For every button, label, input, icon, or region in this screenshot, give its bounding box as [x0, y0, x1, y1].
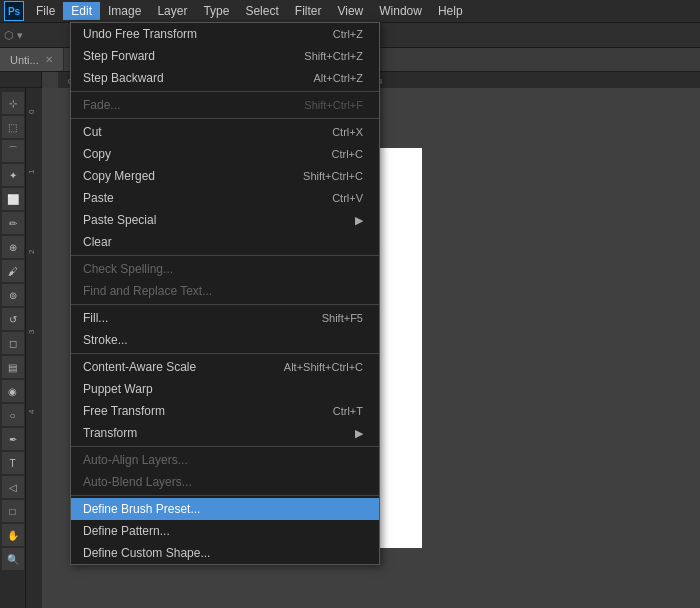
tool-healing[interactable]: ⊕ [2, 236, 24, 258]
menu-item-cut[interactable]: Cut Ctrl+X [71, 121, 379, 143]
menu-item-copy[interactable]: Copy Ctrl+C [71, 143, 379, 165]
menu-item-puppet-warp[interactable]: Puppet Warp [71, 378, 379, 400]
menu-item-stroke[interactable]: Stroke... [71, 329, 379, 351]
separator-6 [71, 446, 379, 447]
menu-file[interactable]: File [28, 2, 63, 20]
menu-item-check-spelling[interactable]: Check Spelling... [71, 258, 379, 280]
menu-bar: Ps File Edit Image Layer Type Select Fil… [0, 0, 700, 22]
edit-menu-dropdown[interactable]: Undo Free Transform Ctrl+Z Step Forward … [70, 22, 380, 565]
menu-item-auto-blend[interactable]: Auto-Blend Layers... [71, 471, 379, 493]
tool-dodge[interactable]: ○ [2, 404, 24, 426]
menu-window[interactable]: Window [371, 2, 430, 20]
tool-brush[interactable]: 🖌 [2, 260, 24, 282]
menu-image[interactable]: Image [100, 2, 149, 20]
menu-item-fill[interactable]: Fill... Shift+F5 [71, 307, 379, 329]
ruler-corner [0, 72, 42, 88]
tab-untitled[interactable]: Unti... ✕ [0, 48, 64, 71]
menu-edit[interactable]: Edit [63, 2, 100, 20]
tool-gradient[interactable]: ▤ [2, 356, 24, 378]
tool-history[interactable]: ↺ [2, 308, 24, 330]
tab-close-untitled[interactable]: ✕ [45, 54, 53, 65]
menu-type[interactable]: Type [195, 2, 237, 20]
tool-crop[interactable]: ⬜ [2, 188, 24, 210]
tool-marquee[interactable]: ⬚ [2, 116, 24, 138]
tool-pen[interactable]: ✒ [2, 428, 24, 450]
menu-item-free-transform[interactable]: Free Transform Ctrl+T [71, 400, 379, 422]
svg-rect-6 [26, 88, 42, 608]
tool-lasso[interactable]: ⌒ [2, 140, 24, 162]
menu-item-transform[interactable]: Transform ▶ [71, 422, 379, 444]
separator-7 [71, 495, 379, 496]
menu-item-paste[interactable]: Paste Ctrl+V [71, 187, 379, 209]
separator-1 [71, 91, 379, 92]
svg-text:1: 1 [27, 169, 36, 174]
tool-eyedropper[interactable]: ✏ [2, 212, 24, 234]
separator-5 [71, 353, 379, 354]
ps-logo: Ps [4, 1, 24, 21]
tool-clone[interactable]: ⊚ [2, 284, 24, 306]
svg-text:3: 3 [27, 329, 36, 334]
menu-item-undo[interactable]: Undo Free Transform Ctrl+Z [71, 23, 379, 45]
menu-item-copy-merged[interactable]: Copy Merged Shift+Ctrl+C [71, 165, 379, 187]
svg-text:0: 0 [27, 109, 36, 114]
menu-item-clear[interactable]: Clear [71, 231, 379, 253]
menu-item-content-aware[interactable]: Content-Aware Scale Alt+Shift+Ctrl+C [71, 356, 379, 378]
tool-magic-wand[interactable]: ✦ [2, 164, 24, 186]
menu-item-define-custom-shape[interactable]: Define Custom Shape... [71, 542, 379, 564]
svg-text:4: 4 [27, 409, 36, 414]
menu-item-define-pattern[interactable]: Define Pattern... [71, 520, 379, 542]
tool-type[interactable]: T [2, 452, 24, 474]
svg-text:2: 2 [27, 249, 36, 254]
menu-filter[interactable]: Filter [287, 2, 330, 20]
tool-blur[interactable]: ◉ [2, 380, 24, 402]
tool-zoom[interactable]: 🔍 [2, 548, 24, 570]
tools-panel: ⊹ ⬚ ⌒ ✦ ⬜ ✏ ⊕ 🖌 ⊚ ↺ ◻ ▤ ◉ ○ ✒ T ◁ □ ✋ 🔍 [0, 88, 26, 608]
separator-4 [71, 304, 379, 305]
menu-item-paste-special[interactable]: Paste Special ▶ [71, 209, 379, 231]
menu-layer[interactable]: Layer [149, 2, 195, 20]
ruler-vertical: 0 1 2 3 4 [26, 88, 42, 608]
tool-hand[interactable]: ✋ [2, 524, 24, 546]
menu-item-define-brush[interactable]: Define Brush Preset... [71, 498, 379, 520]
tool-shape[interactable]: □ [2, 500, 24, 522]
tool-move[interactable]: ⊹ [2, 92, 24, 114]
menu-item-auto-align[interactable]: Auto-Align Layers... [71, 449, 379, 471]
menu-item-step-forward[interactable]: Step Forward Shift+Ctrl+Z [71, 45, 379, 67]
menu-item-fade[interactable]: Fade... Shift+Ctrl+F [71, 94, 379, 116]
menu-help[interactable]: Help [430, 2, 471, 20]
separator-3 [71, 255, 379, 256]
tool-path[interactable]: ◁ [2, 476, 24, 498]
menu-view[interactable]: View [329, 2, 371, 20]
menu-item-find-replace[interactable]: Find and Replace Text... [71, 280, 379, 302]
menu-select[interactable]: Select [237, 2, 286, 20]
tool-eraser[interactable]: ◻ [2, 332, 24, 354]
menu-item-step-backward[interactable]: Step Backward Alt+Ctrl+Z [71, 67, 379, 89]
separator-2 [71, 118, 379, 119]
